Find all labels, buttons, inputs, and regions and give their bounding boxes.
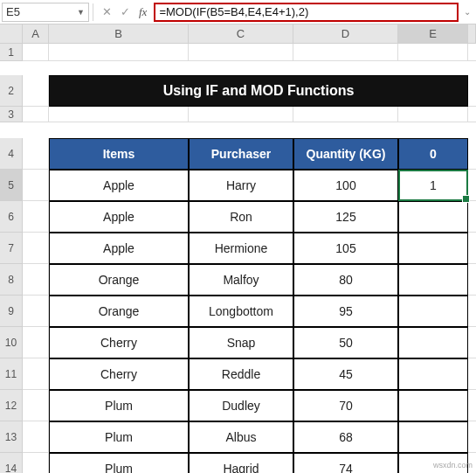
row-header-2[interactable]: 2	[0, 75, 23, 107]
th-purchaser[interactable]: Purchaser	[189, 138, 293, 170]
cell-B6[interactable]: Apple	[49, 201, 189, 233]
cell-A13[interactable]	[23, 421, 49, 453]
cell-E3[interactable]	[398, 107, 468, 122]
cell-E11[interactable]	[398, 358, 468, 390]
cell-E9[interactable]	[398, 296, 468, 327]
col-header-C[interactable]: C	[189, 24, 293, 43]
cell-C1[interactable]	[189, 44, 293, 61]
row-header-6[interactable]: 6	[0, 201, 23, 233]
cell-A2[interactable]	[23, 75, 49, 107]
cell-E8[interactable]	[398, 264, 468, 296]
formula-input[interactable]: =MOD(IF(B5=B4,E4,E4+1),2)	[154, 3, 459, 22]
row-header-9[interactable]: 9	[0, 296, 23, 327]
cell-E7[interactable]	[398, 233, 468, 264]
cell-A7[interactable]	[23, 233, 49, 264]
cell-C6[interactable]: Ron	[189, 201, 293, 233]
cell-F12[interactable]	[468, 390, 476, 421]
cell-F2[interactable]	[468, 75, 476, 107]
cell-B11[interactable]: Cherry	[49, 358, 189, 390]
row-header-12[interactable]: 12	[0, 390, 23, 421]
cell-B3[interactable]	[49, 107, 189, 122]
name-box[interactable]: E5 ▼	[2, 3, 89, 22]
cell-D3[interactable]	[293, 107, 398, 122]
cell-D11[interactable]: 45	[293, 358, 398, 390]
cell-C5[interactable]: Harry	[189, 170, 293, 201]
row-header-5[interactable]: 5	[0, 170, 23, 201]
cell-C3[interactable]	[189, 107, 293, 122]
cell-C10[interactable]: Snap	[189, 327, 293, 358]
cell-C9[interactable]: Longbottom	[189, 296, 293, 327]
cell-B9[interactable]: Orange	[49, 296, 189, 327]
cell-E13[interactable]	[398, 421, 468, 453]
cell-D9[interactable]: 95	[293, 296, 398, 327]
cell-B13[interactable]: Plum	[49, 421, 189, 453]
row-header-8[interactable]: 8	[0, 264, 23, 296]
cell-D10[interactable]: 50	[293, 327, 398, 358]
col-header-A[interactable]: A	[23, 24, 49, 43]
cell-B5[interactable]: Apple	[49, 170, 189, 201]
title-cell[interactable]: Using IF and MOD Functions	[49, 75, 468, 107]
cell-A3[interactable]	[23, 107, 49, 122]
cell-D5[interactable]: 100	[293, 170, 398, 201]
col-header-B[interactable]: B	[49, 24, 189, 43]
cell-A11[interactable]	[23, 358, 49, 390]
col-header-D[interactable]: D	[293, 24, 398, 43]
cell-C14[interactable]: Hagrid	[189, 453, 293, 473]
fx-icon[interactable]: fx	[139, 5, 147, 19]
cell-F11[interactable]	[468, 358, 476, 390]
cell-E1[interactable]	[398, 44, 468, 61]
th-items[interactable]: Items	[49, 138, 189, 170]
cell-C7[interactable]: Hermione	[189, 233, 293, 264]
cell-A12[interactable]	[23, 390, 49, 421]
cell-D14[interactable]: 74	[293, 453, 398, 473]
row-header-1[interactable]: 1	[0, 44, 23, 61]
row-header-14[interactable]: 14	[0, 453, 23, 473]
cell-B1[interactable]	[49, 44, 189, 61]
cell-A9[interactable]	[23, 296, 49, 327]
row-header-4[interactable]: 4	[0, 138, 23, 170]
cell-A4[interactable]	[23, 138, 49, 170]
cell-D8[interactable]: 80	[293, 264, 398, 296]
row-header-3[interactable]: 3	[0, 107, 23, 122]
cell-B7[interactable]: Apple	[49, 233, 189, 264]
th-quantity[interactable]: Quantity (KG)	[293, 138, 398, 170]
cell-A14[interactable]	[23, 453, 49, 473]
cell-D7[interactable]: 105	[293, 233, 398, 264]
cell-A6[interactable]	[23, 201, 49, 233]
cell-F6[interactable]	[468, 201, 476, 233]
row-header-13[interactable]: 13	[0, 421, 23, 453]
cell-A8[interactable]	[23, 264, 49, 296]
col-header-E[interactable]: E	[398, 24, 468, 43]
name-box-dropdown-icon[interactable]: ▼	[77, 8, 85, 17]
cell-E12[interactable]	[398, 390, 468, 421]
formula-expand-icon[interactable]: ⌄	[460, 7, 474, 17]
cell-B8[interactable]: Orange	[49, 264, 189, 296]
cell-F7[interactable]	[468, 233, 476, 264]
cell-E5[interactable]: 1	[398, 170, 468, 201]
cell-B14[interactable]: Plum	[49, 453, 189, 473]
select-all-corner[interactable]	[0, 24, 23, 43]
th-extra[interactable]: 0	[398, 138, 468, 170]
cell-F13[interactable]	[468, 421, 476, 453]
cell-E10[interactable]	[398, 327, 468, 358]
confirm-icon[interactable]: ✓	[121, 5, 130, 18]
cell-B12[interactable]: Plum	[49, 390, 189, 421]
row-header-7[interactable]: 7	[0, 233, 23, 264]
cell-F10[interactable]	[468, 327, 476, 358]
cell-C11[interactable]: Reddle	[189, 358, 293, 390]
row-header-11[interactable]: 11	[0, 358, 23, 390]
cell-C13[interactable]: Albus	[189, 421, 293, 453]
cell-D6[interactable]: 125	[293, 201, 398, 233]
cell-F3[interactable]	[468, 107, 476, 122]
cell-C8[interactable]: Malfoy	[189, 264, 293, 296]
cell-F9[interactable]	[468, 296, 476, 327]
cell-D13[interactable]: 68	[293, 421, 398, 453]
cell-A1[interactable]	[23, 44, 49, 61]
cancel-icon[interactable]: ✕	[102, 5, 112, 18]
cell-E6[interactable]	[398, 201, 468, 233]
row-header-10[interactable]: 10	[0, 327, 23, 358]
cell-D1[interactable]	[293, 44, 398, 61]
cell-B10[interactable]: Cherry	[49, 327, 189, 358]
cell-D12[interactable]: 70	[293, 390, 398, 421]
cell-A5[interactable]	[23, 170, 49, 201]
